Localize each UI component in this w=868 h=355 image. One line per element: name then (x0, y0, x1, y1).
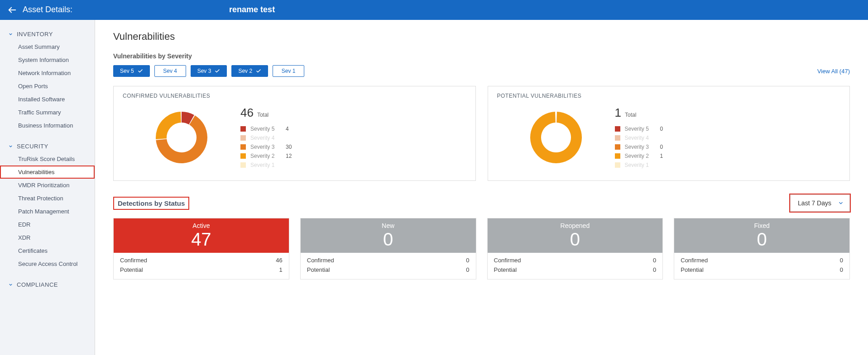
sidebar-item-xdr[interactable]: XDR (0, 231, 95, 244)
status-card-header: Fixed0 (674, 218, 849, 253)
potential-donut-chart (497, 104, 615, 171)
status-card-header: New0 (301, 218, 476, 253)
check-icon (138, 68, 143, 74)
date-range-value: Last 7 Days (798, 199, 831, 207)
legend-row-sev3: Severity 330 (240, 142, 466, 151)
legend-row-sev5: Severity 50 (615, 124, 841, 133)
legend-value: 0 (660, 144, 663, 150)
status-card-body: Confirmed0Potential0 (488, 253, 663, 279)
main-content: Vulnerabilities Vulnerabilities by Sever… (95, 20, 868, 355)
status-confirmed-row: Confirmed46 (120, 256, 283, 265)
severity-swatch-icon (240, 126, 246, 132)
vulnerability-cards-row: CONFIRMED VULNERABILITIES 46 Total Sever… (113, 86, 850, 181)
sidebar-group-compliance[interactable]: COMPLIANCE (0, 279, 95, 291)
confirmed-total-value: 46 (240, 106, 254, 120)
total-label: Total (257, 112, 269, 118)
confirmed-donut-chart (123, 104, 240, 171)
severity-swatch-icon (240, 144, 246, 150)
status-name: Active (117, 222, 285, 229)
date-range-select[interactable]: Last 7 Days (790, 194, 850, 212)
check-icon (215, 68, 220, 74)
chevron-down-icon (838, 200, 844, 206)
legend-row-sev4: Severity 4 (615, 133, 841, 142)
sidebar-item-open-ports[interactable]: Open Ports (0, 80, 95, 93)
sidebar-item-certificates[interactable]: Certificates (0, 244, 95, 257)
confirmed-card-title: CONFIRMED VULNERABILITIES (123, 93, 466, 99)
severity-filter-sev4[interactable]: Sev 4 (154, 65, 186, 77)
potential-legend: 1 Total Severity 50Severity 4Severity 30… (615, 106, 841, 170)
status-name: New (304, 222, 472, 229)
legend-label: Severity 1 (250, 162, 281, 168)
legend-value: 1 (660, 153, 663, 159)
sidebar-item-patch-management[interactable]: Patch Management (0, 205, 95, 218)
status-card-active[interactable]: Active47Confirmed46Potential1 (113, 218, 289, 279)
sidebar-item-vulnerabilities[interactable]: Vulnerabilities (0, 166, 95, 179)
title-suffix: rename test (229, 5, 275, 14)
severity-filter-sev3[interactable]: Sev 3 (191, 65, 227, 77)
legend-value: 4 (286, 126, 289, 132)
sidebar-group-security[interactable]: SECURITY (0, 140, 95, 152)
detections-header: Detections by Status Last 7 Days (113, 194, 850, 212)
back-button[interactable] (6, 4, 18, 16)
status-potential-row: Potential0 (681, 265, 843, 275)
status-count: 0 (304, 230, 472, 248)
sidebar-item-trurisk-score-details[interactable]: TruRisk Score Details (0, 152, 95, 166)
sidebar-item-vmdr-prioritization[interactable]: VMDR Prioritization (0, 179, 95, 192)
status-name: Reopened (491, 222, 659, 229)
status-cards-row: Active47Confirmed46Potential1New0Confirm… (113, 218, 850, 279)
severity-swatch-icon (615, 162, 620, 168)
sidebar-item-edr[interactable]: EDR (0, 218, 95, 231)
detections-by-status-title: Detections by Status (113, 197, 189, 210)
sidebar-item-traffic-summary[interactable]: Traffic Summary (0, 106, 95, 119)
asset-name-redacted (75, 5, 224, 15)
legend-label: Severity 3 (250, 144, 281, 150)
status-card-reopened[interactable]: Reopened0Confirmed0Potential0 (487, 218, 663, 279)
status-count: 0 (491, 230, 659, 248)
chevron-down-icon (8, 144, 13, 149)
legend-row-sev2: Severity 21 (615, 151, 841, 161)
severity-filter-row: Sev 5Sev 4Sev 3Sev 2Sev 1 View All (47) (113, 65, 850, 77)
severity-swatch-icon (240, 153, 246, 159)
arrow-left-icon (7, 5, 17, 15)
severity-swatch-icon (615, 153, 620, 159)
legend-label: Severity 4 (250, 135, 281, 141)
status-potential-row: Potential1 (120, 265, 283, 275)
total-label: Total (625, 112, 636, 118)
potential-card-title: POTENTIAL VULNERABILITIES (497, 93, 841, 99)
check-icon (256, 68, 261, 74)
sidebar-item-threat-protection[interactable]: Threat Protection (0, 192, 95, 205)
confirmed-vulnerabilities-card: CONFIRMED VULNERABILITIES 46 Total Sever… (113, 86, 476, 181)
legend-value: 0 (660, 126, 663, 132)
status-card-fixed[interactable]: Fixed0Confirmed0Potential0 (674, 218, 850, 279)
sidebar-group-inventory[interactable]: INVENTORY (0, 28, 95, 40)
sidebar-item-installed-software[interactable]: Installed Software (0, 93, 95, 106)
status-card-header: Reopened0 (488, 218, 663, 253)
status-name: Fixed (678, 222, 846, 229)
status-card-body: Confirmed0Potential0 (301, 253, 476, 279)
status-count: 47 (117, 230, 285, 248)
status-confirmed-row: Confirmed0 (494, 256, 657, 265)
status-card-new[interactable]: New0Confirmed0Potential0 (300, 218, 476, 279)
legend-label: Severity 1 (625, 162, 656, 168)
severity-filter-sev1[interactable]: Sev 1 (273, 65, 304, 77)
status-card-header: Active47 (114, 218, 289, 253)
severity-filter-sev5[interactable]: Sev 5 (113, 65, 150, 77)
sidebar-item-system-information[interactable]: System Information (0, 53, 95, 66)
severity-swatch-icon (615, 144, 620, 150)
legend-row-sev1: Severity 1 (615, 161, 841, 170)
status-card-body: Confirmed0Potential0 (674, 253, 849, 279)
severity-filter-sev2[interactable]: Sev 2 (231, 65, 268, 77)
severity-swatch-icon (240, 135, 246, 141)
legend-row-sev1: Severity 1 (240, 161, 466, 170)
chevron-down-icon (8, 32, 13, 37)
sidebar-item-network-information[interactable]: Network Information (0, 66, 95, 80)
confirmed-legend: 46 Total Severity 54Severity 4Severity 3… (240, 106, 466, 170)
severity-swatch-icon (240, 162, 246, 168)
status-potential-row: Potential0 (307, 265, 470, 275)
sidebar-item-secure-access-control[interactable]: Secure Access Control (0, 257, 95, 270)
view-all-link[interactable]: View All (47) (817, 68, 850, 75)
sidebar-item-asset-summary[interactable]: Asset Summary (0, 40, 95, 53)
section-vuln-by-severity: Vulnerabilities by Severity (113, 52, 850, 60)
sidebar-item-business-information[interactable]: Business Information (0, 119, 95, 132)
legend-value: 30 (286, 144, 292, 150)
